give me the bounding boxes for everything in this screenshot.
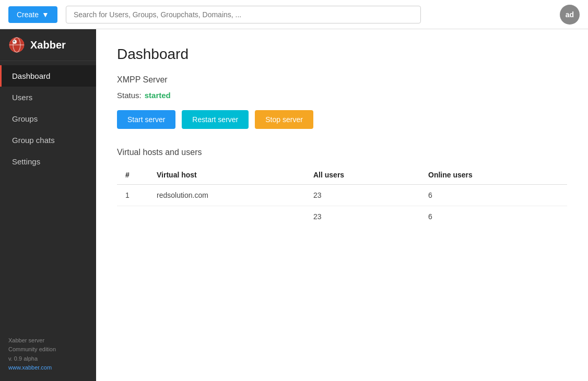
xabber-logo-icon [8,37,25,53]
row-host: redsolution.com [148,185,305,206]
server-buttons: Start server Restart server Stop server [117,110,567,129]
row-online-users: 6 [420,185,567,206]
restart-server-button[interactable]: Restart server [182,110,249,129]
table-row: 1 redsolution.com 23 6 [117,185,567,206]
xabber-link[interactable]: www.xabber.com [8,364,52,371]
create-dropdown-arrow: ▼ [42,10,49,19]
row-all-users: 23 [305,185,420,206]
svg-point-5 [14,41,15,42]
totals-online-users: 6 [420,206,567,228]
vhosts-section-title: Virtual hosts and users [117,148,567,157]
avatar[interactable]: ad [560,5,580,25]
sidebar-item-group-chats[interactable]: Group chats [0,129,96,151]
vhosts-table: # Virtual host All users Online users 1 … [117,165,567,227]
sidebar-item-groups[interactable]: Groups [0,108,96,129]
sidebar-item-settings[interactable]: Settings [0,151,96,172]
stop-server-button[interactable]: Stop server [255,110,313,129]
main-content: Dashboard XMPP Server Status: started St… [96,29,588,381]
table-totals-row: 23 6 [117,206,567,228]
sidebar: Xabber Dashboard Users Groups Group chat… [0,29,96,381]
totals-all-users: 23 [305,206,420,228]
sidebar-item-dashboard[interactable]: Dashboard [0,65,96,87]
col-header-num: # [117,165,148,185]
status-label: Status: [117,91,142,100]
start-server-button[interactable]: Start server [117,110,175,129]
search-input[interactable] [66,6,421,23]
create-button[interactable]: Create ▼ [8,6,57,23]
sidebar-nav: Dashboard Users Groups Group chats Setti… [0,61,96,328]
page-title: Dashboard [117,46,567,63]
create-label: Create [17,10,39,19]
app-title: Xabber [30,39,66,51]
sidebar-item-users[interactable]: Users [0,87,96,108]
row-num: 1 [117,185,148,206]
status-row: Status: started [117,91,567,100]
sidebar-logo: Xabber [0,29,96,61]
xmpp-section-title: XMPP Server [117,75,567,85]
status-value: started [145,91,171,100]
col-header-all-users: All users [305,165,420,185]
col-header-host: Virtual host [148,165,305,185]
col-header-online-users: Online users [420,165,567,185]
sidebar-footer: Xabber server Community edition v. 0.9 a… [0,328,96,381]
